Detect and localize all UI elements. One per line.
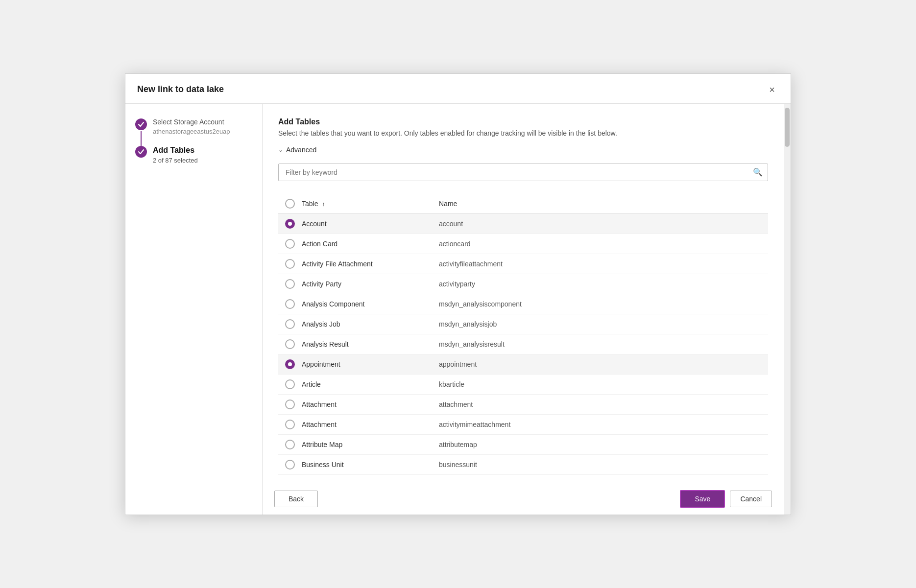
row-radio-10[interactable] xyxy=(285,400,295,409)
modal: New link to data lake × Select Storage A… xyxy=(125,73,791,515)
row-check-col xyxy=(278,379,302,389)
cell-name: activitymimeattachment xyxy=(439,421,768,428)
row-radio-6[interactable] xyxy=(285,319,295,329)
step-1-circle xyxy=(135,118,147,130)
table-area: Table ↑ Name AccountaccountAction Cardac… xyxy=(278,195,768,475)
cell-name: attachment xyxy=(439,400,768,408)
cell-table: Analysis Job xyxy=(302,320,439,328)
footer-right: Save Cancel xyxy=(680,490,772,508)
row-check-col xyxy=(278,219,302,229)
row-radio-3[interactable] xyxy=(285,259,295,269)
row-check-col xyxy=(278,420,302,429)
modal-body: Select Storage Account athenastorageeast… xyxy=(125,104,791,515)
row-radio-5[interactable] xyxy=(285,299,295,309)
row-check-col xyxy=(278,319,302,329)
row-radio-7[interactable] xyxy=(285,339,295,349)
cell-table: Appointment xyxy=(302,360,439,368)
row-radio-13[interactable] xyxy=(285,460,295,470)
table-row: Attribute Mapattributemap xyxy=(278,435,768,455)
cell-name: attributemap xyxy=(439,441,768,448)
row-radio-12[interactable] xyxy=(285,440,295,449)
modal-footer: Back Save Cancel xyxy=(263,483,784,515)
cell-name: activityparty xyxy=(439,280,768,288)
filter-row: 🔍 xyxy=(278,164,768,181)
advanced-toggle[interactable]: ⌄ Advanced xyxy=(278,146,768,154)
sort-icon[interactable]: ↑ xyxy=(322,201,325,208)
table-row: Articlekbarticle xyxy=(278,375,768,395)
header-check-col xyxy=(278,199,302,209)
chevron-down-icon: ⌄ xyxy=(278,146,283,153)
table-row: Action Cardactioncard xyxy=(278,234,768,254)
step-item-add-tables: Add Tables 2 of 87 selected xyxy=(135,145,252,164)
cell-name: msdyn_analysiscomponent xyxy=(439,300,768,308)
cell-name: appointment xyxy=(439,360,768,368)
cell-table: Account xyxy=(302,220,439,228)
back-button[interactable]: Back xyxy=(274,491,318,507)
step-2-circle xyxy=(135,146,147,158)
save-button[interactable]: Save xyxy=(680,490,725,508)
cell-name: msdyn_analysisresult xyxy=(439,340,768,348)
row-radio-1[interactable] xyxy=(285,219,295,229)
row-check-col xyxy=(278,279,302,289)
cell-table: Business Unit xyxy=(302,461,439,469)
main-content: Add Tables Select the tables that you wa… xyxy=(263,104,784,515)
table-row: Appointmentappointment xyxy=(278,354,768,375)
cell-name: msdyn_analysisjob xyxy=(439,320,768,328)
row-radio-8[interactable] xyxy=(285,359,295,369)
step-2-info: Add Tables 2 of 87 selected xyxy=(153,145,198,164)
table-row: Analysis Resultmsdyn_analysisresult xyxy=(278,334,768,354)
row-radio-11[interactable] xyxy=(285,420,295,429)
table-row: Accountaccount xyxy=(278,214,768,234)
row-check-col xyxy=(278,359,302,369)
col-name-header: Name xyxy=(439,200,768,208)
cell-name: kbarticle xyxy=(439,380,768,388)
row-check-col xyxy=(278,259,302,269)
row-radio-9[interactable] xyxy=(285,379,295,389)
table-row: Analysis Jobmsdyn_analysisjob xyxy=(278,314,768,334)
col-table-header: Table ↑ xyxy=(302,200,439,208)
cell-name: businessunit xyxy=(439,461,768,469)
row-check-col xyxy=(278,400,302,409)
step-2-label: Add Tables xyxy=(153,145,198,156)
row-check-col xyxy=(278,440,302,449)
advanced-label: Advanced xyxy=(286,146,316,154)
table-row: Activity File Attachmentactivityfileatta… xyxy=(278,254,768,274)
row-radio-2[interactable] xyxy=(285,239,295,249)
modal-title: New link to data lake xyxy=(137,84,224,94)
cell-table: Activity Party xyxy=(302,280,439,288)
table-row: Attachmentattachment xyxy=(278,395,768,415)
table-rows: AccountaccountAction CardactioncardActiv… xyxy=(278,214,768,475)
step-1-info: Select Storage Account athenastorageeast… xyxy=(153,118,230,136)
cell-table: Action Card xyxy=(302,240,439,248)
cell-table: Attachment xyxy=(302,400,439,408)
content-area: Add Tables Select the tables that you wa… xyxy=(263,104,784,483)
step-item-select-storage: Select Storage Account athenastorageeast… xyxy=(135,118,252,136)
cell-name: activityfileattachment xyxy=(439,260,768,268)
table-row: Activity Partyactivityparty xyxy=(278,274,768,294)
cell-table: Attribute Map xyxy=(302,441,439,448)
row-check-col xyxy=(278,299,302,309)
cell-table: Activity File Attachment xyxy=(302,260,439,268)
scrollbar-track xyxy=(784,104,791,515)
cell-table: Analysis Result xyxy=(302,340,439,348)
table-row: Analysis Componentmsdyn_analysiscomponen… xyxy=(278,294,768,314)
cell-name: account xyxy=(439,220,768,228)
step-2-sublabel: 2 of 87 selected xyxy=(153,157,198,164)
checkmark-icon xyxy=(138,121,145,128)
search-icon: 🔍 xyxy=(753,167,763,177)
select-all-radio[interactable] xyxy=(285,199,295,209)
step-1-label: Select Storage Account xyxy=(153,118,230,127)
cancel-button[interactable]: Cancel xyxy=(730,491,772,507)
step-1-sublabel: athenastorageeastus2euap xyxy=(153,128,230,135)
checkmark-icon-2 xyxy=(138,148,145,155)
section-title: Add Tables xyxy=(278,118,768,126)
filter-input[interactable] xyxy=(284,164,753,181)
row-check-col xyxy=(278,239,302,249)
close-button[interactable]: × xyxy=(765,83,779,96)
table-header-row: Table ↑ Name xyxy=(278,195,768,214)
row-check-col xyxy=(278,339,302,349)
cell-table: Article xyxy=(302,380,439,388)
row-radio-4[interactable] xyxy=(285,279,295,289)
table-row: Attachmentactivitymimeattachment xyxy=(278,415,768,435)
scrollbar-thumb[interactable] xyxy=(785,108,790,147)
